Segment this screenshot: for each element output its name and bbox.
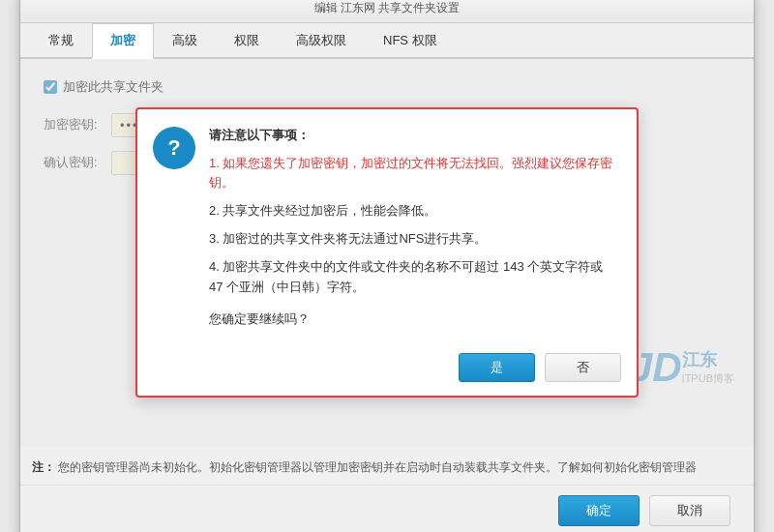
note-text: 您的密钥管理器尚未初始化。初始化密钥管理器以管理加密密钥并在启动时自动装载共享文… — [58, 460, 697, 474]
dialog-item-1: 1. 如果您遗失了加密密钥，加密过的文件将无法找回。强烈建议您保存密钥。 — [209, 154, 617, 194]
dialog-item-4: 4. 加密共享文件夹中的文件或文件夹的名称不可超过 143 个英文字符或 47 … — [209, 257, 617, 298]
question-icon: ? — [153, 127, 195, 169]
tab-advanced[interactable]: 高级 — [154, 23, 216, 59]
dialog-content: 请注意以下事项： 1. 如果您遗失了加密密钥，加密过的文件将无法找回。强烈建议您… — [209, 127, 617, 340]
dialog-title: 请注意以下事项： — [209, 127, 617, 144]
content-area: 加密此共享文件夹 加密密钥: 确认密钥: ? 请注意以下事项： 1. 如果您遗失… — [20, 59, 754, 446]
title-bar: 编辑 江东网 共享文件夹设置 — [20, 0, 754, 23]
dialog-no-button[interactable]: 否 — [545, 353, 621, 382]
dialog-body: ? 请注意以下事项： 1. 如果您遗失了加密密钥，加密过的文件将无法找回。强烈建… — [137, 109, 637, 354]
cancel-button[interactable]: 取消 — [649, 495, 730, 526]
tab-general[interactable]: 常规 — [30, 23, 92, 59]
dialog-footer: 是 否 — [137, 353, 637, 396]
note-label: 注： — [32, 460, 55, 474]
dialog-item-3: 3. 加密过的共享文件夹将无法通过NFS进行共享。 — [209, 229, 617, 250]
ok-button[interactable]: 确定 — [558, 495, 640, 526]
tab-bar: 常规 加密 高级 权限 高级权限 NFS 权限 — [20, 23, 754, 59]
tab-permissions[interactable]: 权限 — [216, 23, 278, 59]
note-section: 注： 您的密钥管理器尚未初始化。初始化密钥管理器以管理加密密钥并在启动时自动装载… — [20, 450, 754, 485]
window-title: 编辑 江东网 共享文件夹设置 — [314, 1, 461, 15]
warning-dialog: ? 请注意以下事项： 1. 如果您遗失了加密密钥，加密过的文件将无法找回。强烈建… — [135, 107, 639, 399]
dialog-overlay: ? 请注意以下事项： 1. 如果您遗失了加密密钥，加密过的文件将无法找回。强烈建… — [20, 59, 754, 446]
main-window: 编辑 江东网 共享文件夹设置 常规 加密 高级 权限 高级权限 NFS 权限 加… — [19, 0, 755, 532]
dialog-question: 您确定要继续吗？ — [209, 310, 617, 328]
tab-nfs[interactable]: NFS 权限 — [365, 23, 456, 59]
footer: 确定 取消 — [20, 485, 754, 532]
tab-adv-permissions[interactable]: 高级权限 — [278, 23, 365, 59]
dialog-item-2: 2. 共享文件夹经过加密后，性能会降低。 — [209, 201, 617, 222]
dialog-yes-button[interactable]: 是 — [459, 353, 535, 382]
tab-encrypt[interactable]: 加密 — [92, 23, 154, 59]
